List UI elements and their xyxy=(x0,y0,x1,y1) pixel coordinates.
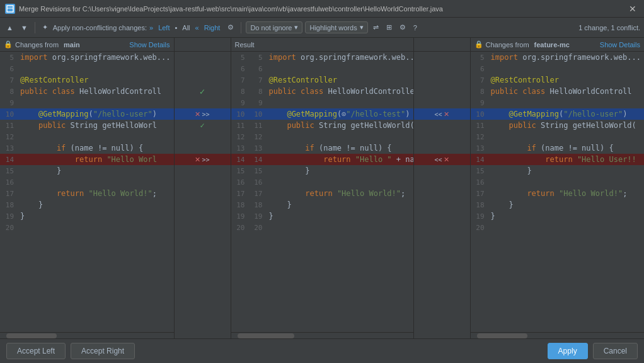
title-text: Merge Revisions for C:\Users\vigne\IdeaP… xyxy=(19,5,623,13)
gutter-row-conflict-bottom: ✕ >> xyxy=(175,154,231,165)
gutter-row xyxy=(175,74,231,86)
align-button[interactable]: ⇌ xyxy=(371,22,381,33)
apply-button[interactable]: Apply xyxy=(548,343,588,359)
gutter-row xyxy=(175,188,231,199)
reject-left-button[interactable]: ✕ xyxy=(195,110,200,118)
list-item: 8 8 public class HelloWorldController xyxy=(231,86,413,97)
reject-left-2-button[interactable]: ✕ xyxy=(195,156,200,164)
accept-left-button[interactable]: Accept Left xyxy=(6,343,66,359)
check-icon-2: ✓ xyxy=(200,121,204,130)
center-panel: Result 5 5 import org.springframework.we… xyxy=(231,38,414,338)
app-icon xyxy=(5,4,15,14)
left-branch-label: main xyxy=(64,41,80,49)
gutter-row xyxy=(414,188,470,199)
list-item: 10 10 @GetMapping(⊙"/hello-test") xyxy=(231,108,413,120)
list-item: 19 } xyxy=(471,210,645,222)
left-show-details-link[interactable]: Show Details xyxy=(129,41,170,49)
gutter-row xyxy=(414,120,470,131)
highlight-label: Highlight words xyxy=(309,24,357,32)
highlight-dropdown[interactable]: Highlight words ▾ xyxy=(305,21,367,33)
list-item: 12 xyxy=(0,131,174,142)
right-code-table: 5 import org.springframework.web... 6 7 … xyxy=(471,52,645,233)
left-code-area[interactable]: 5 import org.springframework.web... 6 7 … xyxy=(0,52,174,332)
center-scrollbar[interactable] xyxy=(231,332,413,338)
list-item: 6 xyxy=(471,63,645,74)
list-item: 20 20 xyxy=(231,222,413,233)
settings-icon-button[interactable]: ⚙ xyxy=(225,22,236,33)
left-lock-icon: 🔒 xyxy=(4,40,13,49)
list-item: 19 19 } xyxy=(231,210,413,222)
magic-wand-icon: ✦ xyxy=(42,23,48,32)
magic-wand-button[interactable]: ✦ xyxy=(40,22,50,33)
right-gutter-row-conflict-top: << ✕ xyxy=(414,108,470,120)
left-scrollbar[interactable] xyxy=(0,332,174,338)
right-gutter-row-conflict-bottom: << ✕ xyxy=(414,154,470,165)
list-item: 12 xyxy=(471,131,645,142)
gutter-row xyxy=(414,222,470,233)
reject-right-2-button[interactable]: ✕ xyxy=(444,156,449,164)
left-changes-from-label: Changes from xyxy=(15,41,59,49)
right-gutter-rows: << ✕ << ✕ xyxy=(414,52,470,233)
right-scrollbar[interactable] xyxy=(471,332,645,338)
gutter-row xyxy=(414,74,470,86)
gutter-row xyxy=(175,165,231,176)
center-scrollbar-thumb xyxy=(238,333,294,338)
list-item: 18 18 } xyxy=(231,199,413,210)
list-item: 15 } xyxy=(0,165,174,176)
ignore-dropdown[interactable]: Do not ignore ▾ xyxy=(246,21,302,33)
bullet-icon: • xyxy=(175,24,177,32)
list-item: 15 15 } xyxy=(231,165,413,176)
list-item: 7 7 @RestController xyxy=(231,74,413,86)
right-code-area[interactable]: 5 import org.springframework.web... 6 7 … xyxy=(471,52,645,332)
arrow-up-icon: ▲ xyxy=(6,24,13,32)
help-button[interactable]: ? xyxy=(411,23,420,33)
list-item: 14 14 return "Hello " + name xyxy=(231,154,413,165)
left-panel: 🔒 Changes from main Show Details 5 impor… xyxy=(0,38,175,338)
accept-right-button[interactable]: Accept Right xyxy=(71,343,135,359)
columns-button[interactable]: ⊞ xyxy=(384,22,394,33)
list-item: 17 return "Hello World!"; xyxy=(0,188,174,199)
gutter-row xyxy=(414,142,470,154)
right-scrollbar-thumb xyxy=(477,333,527,338)
list-item: 16 16 xyxy=(231,176,413,188)
list-item: 9 xyxy=(471,97,645,108)
gutter-row xyxy=(414,63,470,74)
list-item: 17 17 return "Hello World!"; xyxy=(231,188,413,199)
list-item: 5 5 import org.springframework.web.... xyxy=(231,52,413,63)
reject-right-button[interactable]: ✕ xyxy=(444,110,449,118)
gutter-header xyxy=(175,38,231,52)
gutter-row xyxy=(414,176,470,188)
gutter-row-conflict-top: ✕ >> xyxy=(175,108,231,120)
apply-label: Apply non-conflicting changes: xyxy=(53,24,147,32)
gear-button[interactable]: ⚙ xyxy=(397,22,408,33)
toolbar: ▲ ▼ ✦ Apply non-conflicting changes: » L… xyxy=(0,18,644,38)
right-show-details-link[interactable]: Show Details xyxy=(600,41,640,49)
line-number: 5 xyxy=(0,52,18,63)
list-item: 11 11 public String getHelloWorld(@R xyxy=(231,120,413,131)
bottom-bar: Accept Left Accept Right Apply Cancel xyxy=(0,338,644,363)
left-code-table: 5 import org.springframework.web... 6 7 … xyxy=(0,52,174,233)
gutter-row xyxy=(175,52,231,63)
close-button[interactable]: ✕ xyxy=(626,4,639,14)
gutter-row xyxy=(414,210,470,222)
arrows-right-icon: « xyxy=(195,24,199,32)
right-branch-label: feature-mc xyxy=(534,41,570,49)
gutter-row: ✓ xyxy=(175,120,231,131)
all-button[interactable]: All xyxy=(180,23,192,33)
left-scrollbar-thumb xyxy=(6,333,57,338)
right-button[interactable]: Right xyxy=(202,23,223,33)
main-content: 🔒 Changes from main Show Details 5 impor… xyxy=(0,38,644,338)
left-button[interactable]: Left xyxy=(156,23,172,33)
arrow-up-button[interactable]: ▲ xyxy=(4,23,16,33)
cancel-button[interactable]: Cancel xyxy=(593,343,638,359)
list-item: 20 xyxy=(0,222,174,233)
gutter-row xyxy=(175,97,231,108)
gutter-row xyxy=(414,131,470,142)
list-item: 18 } xyxy=(0,199,174,210)
list-item: 18 } xyxy=(471,199,645,210)
arrow-down-button[interactable]: ▼ xyxy=(18,23,30,33)
center-code-area[interactable]: 5 5 import org.springframework.web.... 6… xyxy=(231,52,413,332)
list-item: 13 if (name != null) { xyxy=(471,142,645,154)
list-item: 13 13 if (name != null) { xyxy=(231,142,413,154)
center-panel-header: Result xyxy=(231,38,413,52)
